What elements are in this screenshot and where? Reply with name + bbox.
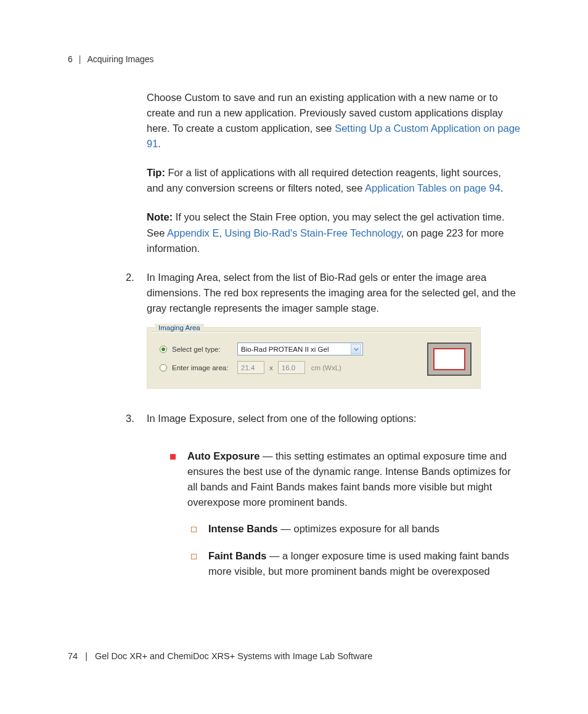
step-3: 3. In Image Exposure, select from one of…: [147, 411, 520, 437]
length-input[interactable]: 16.0: [278, 361, 305, 374]
row-select-gel-type: Select gel type: Bio-Rad PROTEAN II xi G…: [160, 341, 411, 357]
auto-exposure-title: Auto Exposure: [187, 450, 259, 461]
tip-paragraph: Tip: For a list of applications with all…: [147, 165, 520, 196]
bullet-list-level2: Intense Bands — optimizes exposure for a…: [191, 521, 520, 579]
width-input[interactable]: 21.4: [237, 361, 264, 374]
imaging-area-panel-wrap: Imaging Area Select gel type: Bio-Rad PR…: [147, 327, 520, 389]
text: .: [500, 182, 504, 193]
chevron-down-icon: [351, 344, 361, 354]
gel-type-select[interactable]: Bio-Rad PROTEAN II xi Gel: [237, 343, 363, 355]
panel-content: Select gel type: Bio-Rad PROTEAN II xi G…: [160, 341, 472, 378]
bullet-open-icon: [191, 548, 208, 579]
intense-bands-text: — optimizes exposure for all bands: [278, 523, 439, 534]
bullet-open-icon: [191, 521, 208, 537]
running-head: 6 | Acquiring Images: [68, 54, 520, 64]
bullet-body: Intense Bands — optimizes exposure for a…: [208, 521, 520, 537]
footer-title: Gel Doc XR+ and ChemiDoc XRS+ Systems wi…: [95, 651, 373, 661]
chapter-title: Acquiring Images: [87, 54, 153, 64]
bullet-list-level1: Auto Exposure — this setting estimates a…: [170, 448, 520, 579]
step-number: 2.: [126, 270, 147, 316]
panel-divider: [152, 331, 475, 333]
step-text: In Image Exposure, select from one of th…: [147, 411, 520, 426]
step-number: 3.: [126, 411, 147, 437]
note-label: Note:: [147, 211, 173, 222]
intense-bands-title: Intense Bands: [208, 523, 278, 534]
page-number: 74: [68, 651, 78, 661]
page-footer: 74 | Gel Doc XR+ and ChemiDoc XRS+ Syste…: [68, 651, 372, 661]
stage-preview: [427, 343, 472, 376]
bullet-body: Auto Exposure — this setting estimates a…: [187, 448, 520, 510]
bullet-filled-icon: [170, 448, 187, 510]
tip-label: Tip:: [147, 167, 165, 178]
dimension-unit: cm (WxL): [311, 364, 341, 371]
separator: |: [85, 651, 88, 661]
intro-paragraph: Choose Custom to save and run an existin…: [147, 90, 520, 152]
panel-title: Imaging Area: [155, 324, 204, 331]
link-application-tables[interactable]: Application Tables on page 94: [365, 182, 500, 193]
select-value: Bio-Rad PROTEAN II xi Gel: [241, 346, 329, 353]
radio-select-gel-type[interactable]: [160, 346, 167, 353]
list-item: Faint Bands — a longer exposure time is …: [191, 548, 520, 579]
faint-bands-title: Faint Bands: [208, 550, 266, 561]
list-item: Auto Exposure — this setting estimates a…: [170, 448, 520, 510]
imaging-area-box: [433, 348, 465, 370]
text: .: [158, 138, 161, 149]
label-enter-image-area: Enter image area:: [172, 364, 237, 371]
chapter-number: 6: [68, 54, 73, 64]
label-select-gel-type: Select gel type:: [172, 346, 237, 353]
panel-form: Select gel type: Bio-Rad PROTEAN II xi G…: [160, 341, 411, 378]
imaging-area-panel: Imaging Area Select gel type: Bio-Rad PR…: [147, 327, 481, 389]
list-item: Intense Bands — optimizes exposure for a…: [191, 521, 520, 537]
radio-enter-image-area[interactable]: [160, 364, 167, 371]
content: Choose Custom to save and run an existin…: [68, 90, 520, 579]
separator: |: [79, 54, 81, 64]
step-2: 2. In Imaging Area, select from the list…: [147, 270, 520, 316]
row-enter-image-area: Enter image area: 21.4 x 16.0 cm (WxL): [160, 360, 411, 376]
link-appendix-e[interactable]: Appendix E, Using Bio-Rad's Stain-Free T…: [167, 227, 401, 238]
bullet-body: Faint Bands — a longer exposure time is …: [208, 548, 520, 579]
note-paragraph: Note: If you select the Stain Free optio…: [147, 209, 520, 256]
dimension-multiply: x: [269, 364, 273, 371]
step-text: In Imaging Area, select from the list of…: [147, 270, 520, 316]
page: 6 | Acquiring Images Choose Custom to sa…: [0, 0, 588, 714]
